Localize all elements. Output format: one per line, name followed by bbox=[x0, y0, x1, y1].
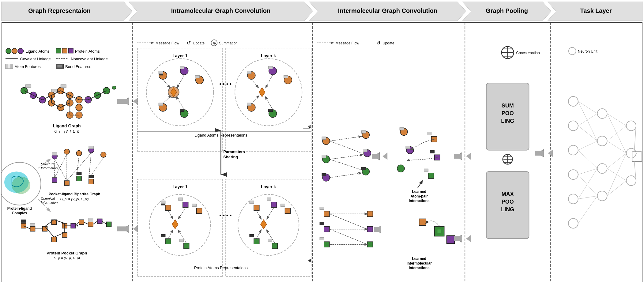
max-pool-label3: LING bbox=[501, 206, 514, 212]
svg-rect-188 bbox=[254, 239, 259, 244]
svg-line-176 bbox=[168, 230, 173, 239]
svg-point-277 bbox=[568, 121, 578, 131]
legend-atom-features: Atom Features bbox=[15, 64, 41, 69]
params-sharing: Parameters bbox=[223, 149, 245, 154]
inter-msg-label: Message Flow bbox=[336, 41, 359, 45]
svg-rect-230 bbox=[406, 146, 410, 149]
svg-rect-23 bbox=[57, 65, 62, 67]
svg-rect-187 bbox=[285, 208, 290, 214]
svg-rect-15 bbox=[68, 48, 73, 53]
svg-line-108 bbox=[84, 222, 88, 224]
svg-rect-170 bbox=[197, 208, 202, 214]
svg-point-225 bbox=[397, 165, 405, 172]
legend-protein-atoms: Protein Atoms bbox=[75, 49, 100, 54]
header-pooling: Graph Pooling bbox=[486, 7, 528, 14]
svg-line-193 bbox=[257, 230, 261, 239]
svg-rect-271 bbox=[486, 171, 529, 239]
svg-rect-251 bbox=[438, 229, 441, 233]
svg-rect-5 bbox=[2, 23, 642, 282]
header-intra: Intramolecular Graph Convolution bbox=[171, 7, 270, 14]
svg-rect-289 bbox=[632, 152, 642, 161]
svg-rect-185 bbox=[254, 205, 259, 211]
svg-rect-240 bbox=[367, 211, 373, 217]
svg-rect-140 bbox=[159, 71, 163, 73]
svg-rect-62 bbox=[117, 99, 129, 104]
ligand-repr-label: Ligand Atoms Representaions bbox=[194, 133, 247, 137]
svg-rect-229 bbox=[400, 128, 404, 130]
svg-rect-75 bbox=[52, 178, 57, 182]
svg-rect-265 bbox=[486, 83, 529, 150]
svg-rect-238 bbox=[320, 222, 324, 225]
pocket-label: Pocket-ligand Bipartite Graph bbox=[49, 192, 100, 196]
intra-update-icon: ↺ bbox=[187, 40, 191, 46]
svg-point-284 bbox=[597, 164, 607, 173]
svg-rect-59 bbox=[61, 85, 66, 88]
svg-rect-189 bbox=[272, 243, 278, 249]
svg-point-167 bbox=[149, 194, 210, 255]
header-task: Task Layer bbox=[580, 7, 612, 14]
header-graph-rep: Graph Representaion bbox=[28, 7, 90, 14]
neuron-unit-label: Neuron Unit bbox=[578, 49, 597, 54]
svg-rect-208 bbox=[322, 173, 326, 176]
intra-dots-bot: • • • • bbox=[219, 212, 232, 219]
svg-rect-119 bbox=[88, 218, 93, 221]
svg-rect-76 bbox=[64, 181, 69, 186]
legend-bond-features: Bond Features bbox=[65, 64, 91, 69]
svg-line-296 bbox=[578, 168, 597, 175]
svg-point-112 bbox=[77, 225, 78, 226]
svg-rect-241 bbox=[367, 226, 373, 232]
svg-rect-90 bbox=[77, 172, 81, 175]
header-svg: Graph Representaion Intramolecular Graph… bbox=[1, 1, 643, 21]
svg-line-139 bbox=[176, 97, 184, 110]
svg-line-155 bbox=[251, 96, 259, 103]
ligand-graph-label: Ligand Graph bbox=[53, 123, 81, 128]
svg-point-283 bbox=[597, 136, 607, 146]
svg-rect-103 bbox=[88, 222, 93, 227]
structural-info: Structural bbox=[41, 162, 55, 166]
legend-noncovalent: Noncovalent Linkage bbox=[71, 57, 108, 61]
svg-point-285 bbox=[597, 191, 607, 201]
intra-layerk-bot: Layer k bbox=[261, 184, 276, 189]
svg-rect-144 bbox=[159, 103, 163, 106]
svg-line-297 bbox=[578, 175, 597, 196]
max-pool-label2: POO bbox=[502, 199, 514, 205]
svg-rect-252 bbox=[419, 219, 426, 226]
svg-rect-183 bbox=[179, 239, 184, 242]
inter-update-label: Update bbox=[382, 41, 394, 45]
svg-line-246 bbox=[330, 214, 367, 229]
svg-rect-60 bbox=[26, 85, 31, 88]
svg-rect-13 bbox=[56, 48, 61, 53]
svg-rect-88 bbox=[89, 146, 94, 149]
svg-line-219 bbox=[330, 159, 362, 170]
svg-rect-234 bbox=[324, 211, 330, 217]
svg-rect-232 bbox=[430, 150, 435, 153]
svg-line-100 bbox=[45, 226, 54, 237]
svg-marker-222 bbox=[382, 152, 387, 160]
svg-marker-124 bbox=[151, 42, 154, 44]
learned-inter3: Interactions bbox=[409, 266, 430, 270]
svg-line-156 bbox=[266, 97, 273, 110]
svg-line-299 bbox=[578, 196, 597, 199]
svg-rect-165 bbox=[137, 179, 223, 277]
svg-marker-256 bbox=[466, 152, 471, 160]
svg-line-217 bbox=[330, 173, 361, 178]
svg-point-280 bbox=[568, 194, 578, 204]
svg-rect-104 bbox=[97, 219, 102, 224]
svg-rect-157 bbox=[247, 71, 251, 73]
concat-label: Concatenation bbox=[516, 51, 540, 55]
svg-point-282 bbox=[597, 109, 607, 118]
svg-line-298 bbox=[578, 168, 597, 199]
svg-point-71 bbox=[64, 149, 70, 154]
svg-line-308 bbox=[607, 181, 626, 196]
svg-rect-160 bbox=[247, 103, 251, 106]
svg-point-281 bbox=[568, 219, 578, 228]
svg-rect-77 bbox=[77, 176, 81, 181]
svg-rect-95 bbox=[51, 237, 56, 242]
intra-layerk-top: Layer k bbox=[261, 53, 276, 58]
svg-rect-145 bbox=[180, 109, 184, 112]
header-inter: Intermolecular Graph Convolution bbox=[338, 7, 437, 14]
svg-point-288 bbox=[626, 176, 636, 186]
complex-label: Protein-ligand bbox=[7, 206, 32, 211]
svg-line-154 bbox=[266, 75, 273, 88]
header-row: Graph Representaion Intramolecular Graph… bbox=[1, 1, 643, 21]
